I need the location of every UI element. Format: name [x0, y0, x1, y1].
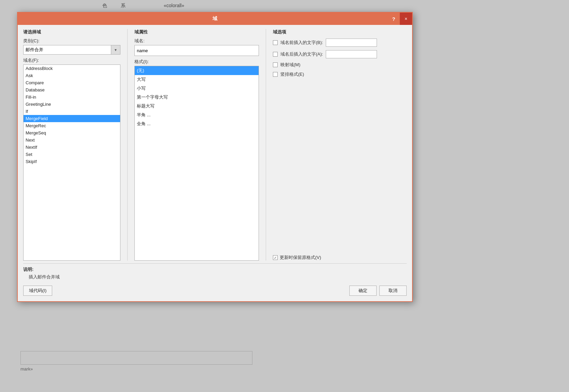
- checkbox-preserve-format[interactable]: [273, 255, 278, 260]
- category-label: 类别(C):: [23, 38, 120, 44]
- fieldname-row: 域名(F): AddressBlock Ask Compare Database…: [23, 57, 120, 261]
- list-item-next[interactable]: Next: [24, 136, 120, 144]
- list-item-mergefield[interactable]: MergeField: [24, 115, 120, 122]
- option-after-text-row: 域名后插入的文字(A):: [273, 50, 407, 58]
- divider-mid-right: [266, 29, 266, 261]
- format-list[interactable]: (无) 大写 小写 第一个字母大写 标题大写 半角 ... 全角 ...: [134, 66, 259, 261]
- desc-title: 说明:: [23, 266, 407, 273]
- input-before-text[interactable]: [326, 39, 377, 47]
- close-button[interactable]: ×: [400, 13, 412, 25]
- list-item-addressblock[interactable]: AddressBlock: [24, 65, 120, 72]
- list-item-set[interactable]: Set: [24, 151, 120, 158]
- option-after-text-label: 域名后插入的文字(A):: [280, 51, 323, 57]
- divider-left-mid: [127, 29, 128, 261]
- dialog-body: 请选择域 类别(C): 邮件合并 ▼ 域名(F): AddressBlock A…: [18, 25, 412, 301]
- checkbox-before-text[interactable]: [273, 40, 278, 45]
- col-right-title: 域选项: [273, 29, 407, 35]
- format-item-firstcap[interactable]: 第一个字母大写: [135, 93, 259, 102]
- field-code-button[interactable]: 域代码(I): [23, 286, 52, 296]
- col-mid: 域属性 域名: 格式(I): (无) 大写 小写 第一个字母大写 标题大写 半角…: [134, 29, 259, 261]
- domain-name-label: 域名:: [134, 38, 259, 44]
- format-label: 格式(I):: [134, 59, 259, 65]
- checkbox-after-text[interactable]: [273, 52, 278, 57]
- option-map-field-label: 映射域(M): [280, 62, 301, 68]
- col-left-title: 请选择域: [23, 29, 120, 35]
- list-item-skipif[interactable]: SkipIf: [24, 158, 120, 165]
- category-select-wrapper: 邮件合并 ▼: [23, 45, 120, 55]
- list-item-mergerec[interactable]: MergeRec: [24, 122, 120, 129]
- dialog-titlebar: 域 ? ×: [18, 13, 412, 25]
- dialog-title: 域: [213, 16, 217, 22]
- input-after-text[interactable]: [326, 50, 377, 58]
- col-right: 域选项 域名前插入的文字(B): 域名后插入的文字(A): 映射域(M): [273, 29, 407, 261]
- col-right-spacer: [273, 81, 407, 251]
- dialog-footer: 域代码(I) 确定 取消: [23, 283, 407, 297]
- titlebar-buttons: ? ×: [388, 13, 412, 25]
- help-button[interactable]: ?: [388, 13, 400, 25]
- option-before-text-label: 域名前插入的文字(B):: [280, 40, 323, 46]
- checkbox-vertical-format[interactable]: [273, 72, 278, 77]
- list-item-fillin[interactable]: Fill-in: [24, 93, 120, 101]
- format-item-titlecase[interactable]: 标题大写: [135, 102, 259, 111]
- option-map-field-row: 映射域(M): [273, 62, 407, 68]
- col-mid-title: 域属性: [134, 29, 259, 35]
- desc-text: 插入邮件合并域: [23, 274, 407, 280]
- category-select[interactable]: 邮件合并: [23, 45, 120, 55]
- col-left: 请选择域 类别(C): 邮件合并 ▼ 域名(F): AddressBlock A…: [23, 29, 120, 261]
- dialog-domain: 域 ? × 请选择域 类别(C): 邮件合并 ▼ 域名(F):: [17, 12, 413, 302]
- footer-right: 确定 取消: [349, 286, 407, 296]
- description-area: 说明: 插入邮件合并域: [23, 263, 407, 280]
- field-list[interactable]: AddressBlock Ask Compare Database Fill-i…: [23, 64, 120, 261]
- format-item-lowercase[interactable]: 小写: [135, 84, 259, 93]
- list-item-compare[interactable]: Compare: [24, 79, 120, 86]
- option-before-text-row: 域名前插入的文字(B):: [273, 39, 407, 47]
- format-item-fullwidth[interactable]: 全角 ...: [135, 119, 259, 128]
- format-item-halfwidth[interactable]: 半角 ...: [135, 111, 259, 119]
- dialog-columns: 请选择域 类别(C): 邮件合并 ▼ 域名(F): AddressBlock A…: [23, 29, 407, 261]
- fieldname-label: 域名(F):: [23, 57, 120, 63]
- preserve-format-label: 更新时保留原格式(V): [280, 255, 321, 261]
- format-item-uppercase[interactable]: 大写: [135, 75, 259, 84]
- format-row: 格式(I): (无) 大写 小写 第一个字母大写 标题大写 半角 ... 全角 …: [134, 59, 259, 261]
- checkbox-map-field[interactable]: [273, 62, 278, 67]
- field-list-inner: AddressBlock Ask Compare Database Fill-i…: [24, 65, 120, 260]
- list-item-greetingline[interactable]: GreetingLine: [24, 101, 120, 108]
- cancel-button[interactable]: 取消: [379, 286, 407, 296]
- domain-name-row: 域名:: [134, 38, 259, 56]
- option-vertical-format-row: 竖排格式(E): [273, 71, 407, 77]
- ok-button[interactable]: 确定: [349, 286, 377, 296]
- list-item-nextif[interactable]: NextIf: [24, 144, 120, 151]
- format-item-none[interactable]: (无): [135, 66, 259, 75]
- option-vertical-format-label: 竖排格式(E): [280, 71, 304, 77]
- list-item-if[interactable]: If: [24, 108, 120, 115]
- category-dropdown-arrow[interactable]: ▼: [111, 45, 120, 55]
- footer-left: 域代码(I): [23, 286, 52, 296]
- list-item-database[interactable]: Database: [24, 86, 120, 93]
- category-row: 类别(C): 邮件合并 ▼: [23, 38, 120, 55]
- list-item-mergeseq[interactable]: MergeSeq: [24, 129, 120, 136]
- list-item-ask[interactable]: Ask: [24, 72, 120, 79]
- preserve-format-row: 更新时保留原格式(V): [273, 255, 407, 261]
- domain-name-input[interactable]: [134, 45, 259, 56]
